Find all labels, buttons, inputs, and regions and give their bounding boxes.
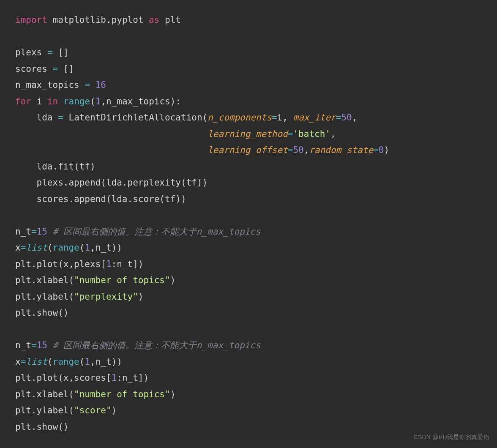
code-line: n_t=15 # 区间最右侧的值。注意：不能大于n_max_topics	[15, 227, 261, 237]
code-line: learning_method='batch',	[15, 129, 336, 139]
code-line: plt.xlabel("number of topics")	[15, 389, 175, 399]
code-line: plt.show()	[15, 422, 68, 432]
code-line: scores = []	[15, 64, 74, 74]
code-line: plt.plot(x,scores[1:n_t])	[15, 373, 149, 383]
code-line: learning_offset=50,random_state=0)	[15, 145, 389, 155]
code-line: plt.ylabel("score")	[15, 405, 117, 415]
code-line: n_max_topics = 16	[15, 80, 106, 90]
code-line: plt.ylabel("perplexity")	[15, 292, 143, 302]
code-line: lda = LatentDirichletAllocation(n_compon…	[15, 112, 357, 123]
code-line: import matplotlib.pyplot as plt	[15, 15, 181, 25]
watermark: CSDN @PD我是你的真爱粉	[413, 434, 489, 441]
keyword-import: import	[15, 15, 47, 25]
code-line: x=list(range(1,n_t))	[15, 243, 122, 253]
code-line: plt.plot(x,plexs[1:n_t])	[15, 259, 143, 269]
code-line: plexs = []	[15, 47, 68, 57]
code-line: plexs.append(lda.perplexity(tf))	[15, 178, 208, 188]
code-block: import matplotlib.pyplot as plt plexs = …	[0, 0, 497, 447]
code-line: x=list(range(1,n_t))	[15, 357, 122, 367]
code-line: n_t=15 # 区间最右侧的值。注意：不能大于n_max_topics	[15, 340, 261, 350]
code-line: lda.fit(tf)	[15, 161, 96, 172]
code-line: scores.append(lda.score(tf))	[15, 194, 186, 204]
code-line: plt.show()	[15, 308, 68, 318]
code-line: for i in range(1,n_max_topics):	[15, 96, 181, 107]
code-line: plt.xlabel("number of topics")	[15, 275, 175, 285]
